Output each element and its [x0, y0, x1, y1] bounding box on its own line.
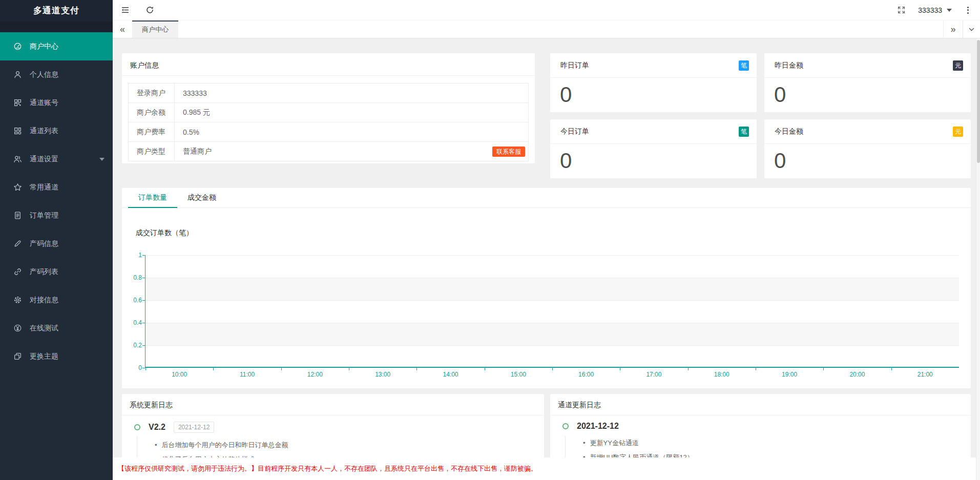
tab-order-count[interactable]: 订单数量 — [128, 188, 177, 208]
log-date-badge: 2021-12-12 — [174, 422, 214, 433]
contact-support-button[interactable]: 联系客服 — [492, 147, 525, 157]
sidebar-item-online-test[interactable]: 在线测试 — [0, 314, 113, 342]
sidebar-item-channel-account[interactable]: 通道账号 — [0, 89, 113, 117]
sidebar-item-label: 更换主题 — [30, 352, 58, 361]
tab-merchant-center[interactable]: 商户中心 — [132, 20, 178, 38]
x-axis-label: 20:00 — [823, 371, 891, 378]
row-value: 333333 — [175, 84, 529, 103]
sidebar-item-change-theme[interactable]: 更换主题 — [0, 342, 113, 370]
sidebar-item-merchant-center[interactable]: 商户中心 — [0, 32, 113, 60]
chart-tabs: 订单数量 成交金额 — [122, 188, 971, 208]
log-item-list: 更新YY金钻通道 新增UU数字人民币通道（限额12） — [583, 438, 961, 457]
logo-divider — [0, 22, 113, 32]
x-axis-label: 11:00 — [213, 371, 281, 378]
unit-badge: 元 — [953, 60, 963, 71]
x-axis-label: 10:00 — [145, 371, 213, 378]
sidebar-item-label: 产码列表 — [30, 267, 58, 277]
gear-icon — [13, 296, 22, 304]
users-icon — [13, 155, 22, 163]
unit-badge: 笔 — [739, 127, 749, 137]
tabs-scroll-left-button[interactable]: « — [113, 20, 132, 38]
x-axis-label: 17:00 — [620, 371, 687, 378]
tabs-dropdown-button[interactable] — [963, 20, 980, 38]
top-row: 账户信息 登录商户 333333 商户余额 0.985 元 商户费率 0.5% — [122, 53, 971, 178]
stat-card-today-orders: 今日订单 笔 0 — [550, 119, 757, 178]
fullscreen-button[interactable] — [897, 0, 906, 20]
table-row: 登录商户 333333 — [129, 84, 529, 103]
merchant-dropdown[interactable]: 333333 — [918, 6, 952, 14]
sidebar-item-code-list[interactable]: 产码列表 — [0, 258, 113, 286]
collapse-menu-button[interactable] — [113, 0, 137, 20]
timeline: 2021-12-12 更新YY金钻通道 新增UU数字人民币通道（限额12） — [550, 415, 971, 457]
qr-grid-icon — [13, 98, 22, 107]
timeline: V2.2 2021-12-12 后台增加每个用户的今日和昨日订单总金额 优化了后… — [122, 415, 544, 457]
account-card-title: 账户信息 — [122, 53, 535, 76]
chevron-down-icon — [947, 9, 952, 12]
plot-band — [145, 255, 959, 278]
y-axis-label: 0.6 — [122, 296, 142, 304]
merchant-id: 333333 — [918, 6, 942, 14]
stat-title: 今日订单 — [560, 127, 589, 136]
refresh-icon — [145, 6, 154, 14]
more-menu-button[interactable] — [964, 5, 972, 16]
timeline-line — [137, 436, 137, 457]
y-axis-ticks — [142, 255, 145, 368]
x-axis-label: 14:00 — [416, 371, 484, 378]
dot-icon — [967, 7, 969, 8]
log-item: 更新YY金钻通道 — [583, 438, 961, 448]
chart-plot: 1 0.8 0.6 0.4 0.2 0 10:00 11:00 12:00 13… — [145, 255, 959, 368]
scrollbar-thumb[interactable] — [977, 40, 980, 163]
main-content: 账户信息 登录商户 333333 商户余额 0.985 元 商户费率 0.5% — [113, 38, 980, 457]
sidebar: 多通道支付 商户中心 个人信息 通道账号 — [0, 0, 113, 480]
timeline-line — [565, 436, 566, 457]
topbar: 333333 — [113, 0, 980, 20]
log-version: V2.2 — [149, 423, 165, 432]
plot-band — [145, 278, 959, 300]
sidebar-item-label: 通道列表 — [30, 127, 58, 136]
sidebar-item-order-management[interactable]: 订单管理 — [0, 201, 113, 229]
stat-title: 今日金额 — [775, 127, 803, 136]
sidebar-item-channel-settings[interactable]: 通道设置 — [0, 145, 113, 173]
disclaimer-notice: 【该程序仅供研究测试，请勿用于违法行为。】目前程序开发只有本人一人，不存在团队，… — [113, 457, 980, 480]
sidebar-item-api-info[interactable]: 对接信息 — [0, 286, 113, 314]
vertical-scrollbar — [976, 38, 980, 480]
sidebar-nav: 商户中心 个人信息 通道账号 通道列表 — [0, 32, 113, 370]
orders-chart-card: 订单数量 成交金额 成交订单数（笔） 1 0.8 0.6 0.4 0.2 0 — [122, 188, 971, 388]
row-value: 0.985 元 — [175, 103, 529, 122]
star-icon — [13, 183, 22, 192]
sidebar-item-code-info[interactable]: 产码信息 — [0, 229, 113, 258]
stat-card-today-amount: 今日金额 元 0 — [764, 119, 971, 178]
row-label: 商户类型 — [129, 142, 175, 161]
y-axis-label: 1 — [122, 251, 142, 259]
system-update-log-card: 系统更新日志 V2.2 2021-12-12 后台增加每个用户的今日和昨日订单总… — [122, 394, 544, 457]
x-axis-label: 21:00 — [891, 371, 959, 378]
sidebar-item-channel-list[interactable]: 通道列表 — [0, 117, 113, 145]
sidebar-item-label: 产码信息 — [30, 239, 58, 248]
sidebar-item-label: 在线测试 — [30, 324, 58, 333]
stat-title: 昨日金额 — [775, 61, 803, 70]
theme-icon — [13, 352, 22, 361]
tabs-scroll-right-button[interactable]: » — [943, 20, 963, 38]
app-logo: 多通道支付 — [0, 0, 113, 22]
collapse-menu-icon — [121, 6, 130, 14]
table-row: 商户余额 0.985 元 — [129, 103, 529, 122]
log-card-title: 系统更新日志 — [122, 394, 544, 415]
table-row: 商户费率 0.5% — [129, 122, 529, 142]
tab-transaction-amount[interactable]: 成交金额 — [177, 188, 226, 207]
row-label: 登录商户 — [129, 84, 175, 103]
dot-icon — [967, 12, 969, 14]
row-value: 普通商户 — [183, 147, 212, 156]
row-value: 0.5% — [175, 122, 529, 142]
sidebar-item-common-channels[interactable]: 常用通道 — [0, 173, 113, 201]
sidebar-item-personal-info[interactable]: 个人信息 — [0, 60, 113, 89]
x-axis-label: 18:00 — [688, 371, 756, 378]
refresh-button[interactable] — [137, 0, 162, 20]
x-axis-label: 13:00 — [349, 371, 416, 378]
unit-badge: 笔 — [739, 60, 749, 71]
log-item-list: 后台增加每个用户的今日和昨日订单总金额 优化了后台用户中心的整体样式 — [155, 440, 534, 457]
app-root: 多通道支付 商户中心 个人信息 通道账号 — [0, 0, 980, 480]
link-icon — [13, 267, 22, 276]
sidebar-item-label: 订单管理 — [30, 211, 58, 220]
plot-band — [145, 345, 959, 368]
stat-value: 0 — [550, 144, 757, 173]
